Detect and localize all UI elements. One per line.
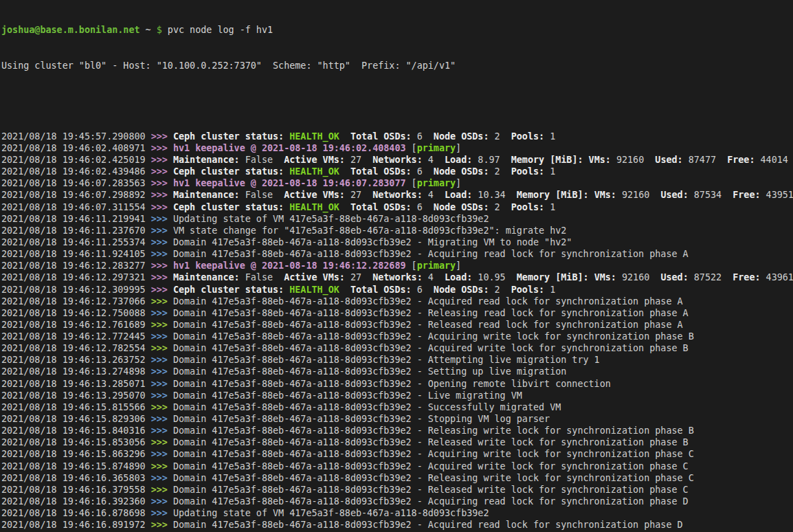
log-timestamp: 2021/08/18 19:46:15.829306 [1,414,151,424]
log-segment: Networks: [372,190,423,200]
prompt-symbol: $ [157,25,168,35]
log-segment: 10.95 [472,272,517,282]
prompt-command: pvc node log -f hv1 [168,25,273,35]
log-segment: Load: [445,272,472,282]
log-segment: Domain 417e5a3f-88eb-467a-a118-8d093cfb3… [173,355,600,365]
log-segment: Domain 417e5a3f-88eb-467a-a118-8d093cfb3… [173,308,689,318]
log-line: 2021/08/18 19:46:15.863296 >>> Domain 41… [1,448,793,460]
log-segment: Node OSDs: [434,166,489,177]
log-segment: VMs: [589,155,611,165]
log-timestamp: 2021/08/18 19:46:12.297321 [1,272,151,282]
log-segment: Ceph cluster status: [173,285,284,295]
log-segment: Pools: [511,131,544,142]
log-segment: Domain 417e5a3f-88eb-467a-a118-8d093cfb3… [173,343,689,353]
log-segment: 27 [345,155,372,165]
log-arrow-icon: >>> [151,449,173,459]
log-segment: Domain 417e5a3f-88eb-467a-a118-8d093cfb3… [173,390,522,401]
log-arrow-icon: >>> [151,131,173,142]
log-timestamp: 2021/08/18 19:46:12.782554 [1,343,151,353]
log-line: 2021/08/18 19:46:15.815566 >>> Domain 41… [1,401,793,413]
log-segment: Domain 417e5a3f-88eb-467a-a118-8d093cfb3… [173,520,683,530]
blank-line [1,95,793,107]
log-segment: 87477 [683,155,728,165]
log-segment [339,131,350,142]
log-timestamp: 2021/08/18 19:46:15.815566 [1,402,151,412]
log-arrow-icon: >>> [151,379,173,389]
log-segment: [ [406,261,417,271]
log-segment: Free: [733,272,760,282]
log-arrow-icon: >>> [151,249,173,259]
log-line: 2021/08/18 19:46:12.737066 >>> Domain 41… [1,296,793,307]
log-segment: HEALTH_OK [289,285,339,295]
log-segment: Ceph cluster status: [173,166,284,177]
log-segment: 4 [423,190,445,200]
log-segment: 6 [412,285,434,295]
log-arrow-icon: >>> [151,390,173,401]
log-segment [589,272,594,282]
terminal-window[interactable]: joshua@base.m.bonilan.net ~ $ pvc node l… [0,0,793,532]
log-segment: 6 [412,166,434,177]
log-line: 2021/08/18 19:46:13.263752 >>> Domain 41… [1,354,793,366]
log-segment: 8.97 [472,155,511,165]
log-line: 2021/08/18 19:46:13.274898 >>> Domain 41… [1,366,793,377]
log-arrow-icon: >>> [151,414,173,424]
log-segment [589,190,594,200]
log-line: 2021/08/18 19:46:15.840316 >>> Domain 41… [1,425,793,436]
log-arrow-icon: >>> [151,402,173,412]
log-lines: 2021/08/18 19:45:57.290800 >>> Ceph clus… [1,131,793,532]
log-segment: hv1 keepalive @ 2021-08-18 19:46:07.2830… [173,178,406,188]
log-segment: Domain 417e5a3f-88eb-467a-a118-8d093cfb3… [173,296,683,307]
log-arrow-icon: >>> [151,331,173,342]
log-segment: Memory [MiB]: [511,155,583,165]
log-segment [339,202,350,212]
log-line: 2021/08/18 19:45:57.290800 >>> Ceph clus… [1,131,793,142]
log-line: 2021/08/18 19:46:16.878698 >>> Updating … [1,507,793,519]
log-arrow-icon: >>> [151,508,173,518]
log-timestamp: 2021/08/18 19:46:15.840316 [1,425,151,436]
log-segment: Pools: [511,202,544,212]
log-segment: Ceph cluster status: [173,131,284,142]
log-segment: 2 [489,285,511,295]
log-arrow-icon: >>> [151,496,173,507]
log-segment: Updating state of VM 417e5a3f-88eb-467a-… [173,214,489,224]
log-line: 2021/08/18 19:46:16.891972 >>> Domain 41… [1,519,793,531]
log-segment: Total OSDs: [350,131,412,142]
log-segment: Active VMs: [284,272,345,282]
log-line: 2021/08/18 19:46:02.439486 >>> Ceph clus… [1,166,793,177]
log-timestamp: 2021/08/18 19:46:02.439486 [1,166,151,177]
log-line: 2021/08/18 19:46:15.829306 >>> Domain 41… [1,413,793,425]
log-line: 2021/08/18 19:46:11.237670 >>> VM state … [1,225,793,236]
log-timestamp: 2021/08/18 19:46:02.408971 [1,143,151,153]
log-arrow-icon: >>> [151,214,173,224]
log-line: 2021/08/18 19:46:13.295070 >>> Domain 41… [1,390,793,401]
log-arrow-icon: >>> [151,308,173,318]
log-timestamp: 2021/08/18 19:46:11.237670 [1,225,151,236]
log-segment: Domain 417e5a3f-88eb-467a-a118-8d093cfb3… [173,437,689,447]
log-segment: 4 [423,155,445,165]
log-segment: Domain 417e5a3f-88eb-467a-a118-8d093cfb3… [173,379,611,389]
log-segment [339,285,350,295]
log-segment: Node OSDs: [434,285,489,295]
log-segment: ] [456,261,461,271]
log-arrow-icon: >>> [151,366,173,377]
log-segment: VMs: [594,190,616,200]
log-segment: 2 [489,131,511,142]
log-segment: Ceph cluster status: [173,202,284,212]
log-segment: Node OSDs: [434,202,489,212]
prompt-line: joshua@base.m.bonilan.net ~ $ pvc node l… [1,24,793,36]
log-timestamp: 2021/08/18 19:46:16.365803 [1,473,151,483]
log-segment: Domain 417e5a3f-88eb-467a-a118-8d093cfb3… [173,496,689,507]
log-segment: Used: [660,190,688,200]
log-line: 2021/08/18 19:46:16.365803 >>> Domain 41… [1,472,793,484]
log-segment: Domain 417e5a3f-88eb-467a-a118-8d093cfb3… [173,414,550,424]
log-segment: Pools: [511,166,544,177]
log-segment: [ [406,178,417,188]
log-arrow-icon: >>> [151,155,173,165]
log-arrow-icon: >>> [151,461,173,472]
log-line: 2021/08/18 19:46:12.782554 >>> Domain 41… [1,342,793,354]
log-segment: 27 [345,272,372,282]
log-segment: Maintenance: [173,272,240,282]
log-segment: Domain 417e5a3f-88eb-467a-a118-8d093cfb3… [173,366,566,377]
log-segment: 43961 [761,272,793,282]
log-segment: False [240,155,284,165]
